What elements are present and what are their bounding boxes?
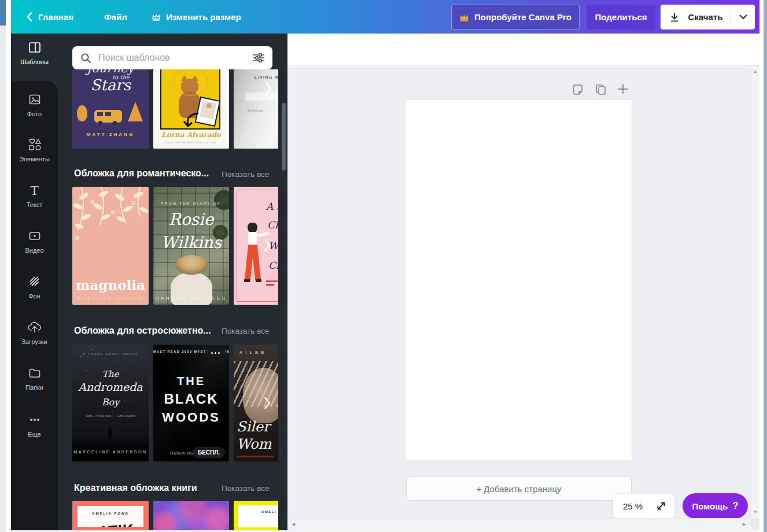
- scroll-up-icon[interactable]: ▲: [753, 69, 758, 74]
- section-title: Обложка для остросюжетно...: [74, 326, 211, 336]
- video-icon: [28, 229, 42, 243]
- sidebar-item-label: Еще: [28, 431, 40, 438]
- sidebar-item-more[interactable]: Еще: [11, 413, 58, 438]
- sidebar-item-folders[interactable]: Папки: [11, 366, 58, 391]
- scroll-left-icon[interactable]: ◀: [292, 522, 295, 527]
- horizontal-scrollbar[interactable]: ◀ ▶: [287, 518, 750, 530]
- cover-title: Cha: [267, 219, 278, 231]
- panel-scrollbar-thumb[interactable]: [282, 103, 286, 171]
- download-caret-button[interactable]: [731, 5, 755, 29]
- sidebar-item-elements[interactable]: Элементы: [11, 138, 58, 162]
- sidebar-item-label: Элементы: [19, 156, 50, 162]
- row-next-chevron[interactable]: [265, 82, 272, 95]
- template-lorna-alvarado[interactable]: Lorna Alvarado LIVING THE LIFE WITH TWEN…: [153, 69, 229, 149]
- cover-kicker: LIVING WITH: [234, 75, 278, 79]
- template-andromeda-boy[interactable]: A YOUNG ADULT NOVEL The Andromeda Boy "D…: [72, 345, 149, 461]
- resize-label: Изменить размер: [166, 12, 241, 22]
- template-living-with[interactable]: LIVING WITH My first year ...: [234, 69, 278, 149]
- zoom-control[interactable]: 25 %: [613, 493, 675, 519]
- elements-icon: [27, 138, 42, 152]
- template-search-bar[interactable]: [72, 46, 272, 69]
- back-chevron-icon: [26, 12, 33, 22]
- red-rule: [237, 456, 274, 457]
- row-next-chevron[interactable]: [264, 239, 271, 252]
- template-magnolia[interactable]: magnolia angelica prince: [72, 187, 149, 305]
- show-all-link[interactable]: Показать все: [222, 327, 269, 335]
- cover-author: angelica prince: [72, 295, 149, 301]
- template-journey-to-the-stars[interactable]: Journey to the Stars MATT ZHANG: [72, 69, 149, 149]
- top-bar: Главная Файл Изменить размер Попробуйте …: [11, 0, 759, 34]
- share-button[interactable]: Поделиться: [587, 5, 655, 29]
- template-yellow[interactable]: AMELI ​: [234, 501, 278, 532]
- filter-sliders-icon[interactable]: [253, 53, 264, 63]
- figure-hat: [175, 255, 208, 275]
- cover-title: Wom: [237, 436, 271, 452]
- sidebar-item-background[interactable]: Фон: [11, 275, 58, 300]
- duplicate-page-icon[interactable]: [594, 83, 607, 95]
- uploads-icon: [27, 320, 42, 334]
- template-black-woods[interactable]: MUST READ 2020 MYSTERY BOOKS · · · THE B…: [153, 345, 229, 461]
- cover-author: MARCELINE ANDERSON: [72, 450, 149, 454]
- figure-shoe: [244, 279, 250, 282]
- add-page-button[interactable]: + Добавить страницу: [406, 476, 632, 501]
- sidebar-item-uploads[interactable]: Загрузки: [11, 320, 58, 345]
- sidebar-item-photos[interactable]: Фото: [11, 93, 58, 117]
- cover-title: Stars: [72, 76, 149, 94]
- plant: [214, 190, 229, 210]
- show-all-link[interactable]: Показать все: [222, 170, 269, 179]
- template-rosie-wilkins[interactable]: FROM THE DIARY OF Rosie Wilkins HANNAH M…: [153, 187, 229, 305]
- cover-more-menu[interactable]: [205, 348, 226, 357]
- cover-title: Boy: [72, 397, 149, 408]
- template-batik[interactable]: AMELIA POND BATIK: [72, 501, 149, 532]
- download-label: Скачать: [680, 12, 731, 22]
- crown-gold-icon: [459, 13, 469, 21]
- cover-title: WOODS: [153, 410, 229, 425]
- active-tab-notch: [11, 81, 58, 93]
- download-split-button[interactable]: Скачать: [661, 5, 755, 29]
- canvas-page[interactable]: [405, 100, 632, 460]
- cover-title: Lorna Alvarado: [153, 131, 229, 139]
- arrow-doodle: [181, 111, 201, 130]
- desktop-edge-left-top: [0, 0, 6, 25]
- row-next-chevron[interactable]: [264, 397, 271, 409]
- notes-icon[interactable]: [571, 83, 584, 95]
- file-menu[interactable]: Файл: [104, 0, 127, 34]
- vertical-scrollbar[interactable]: ▲ ▼: [750, 66, 759, 518]
- sidebar-item-text[interactable]: T Текст: [11, 183, 58, 208]
- scroll-right-icon[interactable]: ▶: [743, 522, 746, 527]
- home-button[interactable]: Главная: [26, 0, 73, 34]
- sidebar-item-label: Текст: [27, 201, 43, 208]
- bus-illustration: [94, 110, 122, 123]
- section-title: Креативная обложка книги: [74, 483, 197, 493]
- free-badge: БЕСПЛ.: [193, 447, 225, 458]
- try-canva-pro-button[interactable]: Попробуйте Canva Pro: [451, 5, 580, 29]
- sidebar-item-label: Загрузки: [21, 338, 47, 345]
- help-button[interactable]: Помощь ?: [683, 493, 748, 519]
- sidebar-item-video[interactable]: Видео: [11, 229, 58, 254]
- sidebar-item-templates[interactable]: Шаблоны: [11, 40, 58, 65]
- search-input[interactable]: [97, 52, 247, 64]
- resize-button[interactable]: Изменить размер: [152, 0, 241, 34]
- cover-note: My first year ...: [248, 109, 267, 112]
- add-page-label: + Добавить страницу: [476, 484, 561, 494]
- template-bokeh[interactable]: [153, 501, 229, 532]
- folders-icon: [28, 366, 42, 380]
- fullscreen-icon[interactable]: [656, 501, 666, 511]
- window-edge-left: [6, 0, 11, 532]
- scroll-down-icon[interactable]: ▼: [753, 510, 758, 515]
- template-silent-woman[interactable]: AILEE Siler Wom: [234, 345, 278, 461]
- template-second-chance[interactable]: — A Se Cha Wi Ch: [234, 187, 278, 305]
- sidebar-item-label: Фото: [27, 110, 42, 117]
- add-page-icon[interactable]: [617, 83, 629, 95]
- editor-toolbar: [287, 34, 759, 66]
- desktop-edge-right: [764, 0, 767, 532]
- crown-icon: [152, 13, 161, 21]
- template-row-2: magnolia angelica prince FROM THE DIARY …: [72, 187, 278, 305]
- cover-title: BLACK: [153, 391, 229, 407]
- scrollbar-corner: [750, 518, 759, 530]
- cover-kicker: A YOUNG ADULT NOVEL: [72, 352, 149, 356]
- help-label: Помощь: [692, 501, 728, 511]
- show-all-link[interactable]: Показать все: [222, 484, 269, 493]
- desktop-edge-left: [0, 25, 6, 532]
- cover-author: AMELI: [261, 510, 276, 513]
